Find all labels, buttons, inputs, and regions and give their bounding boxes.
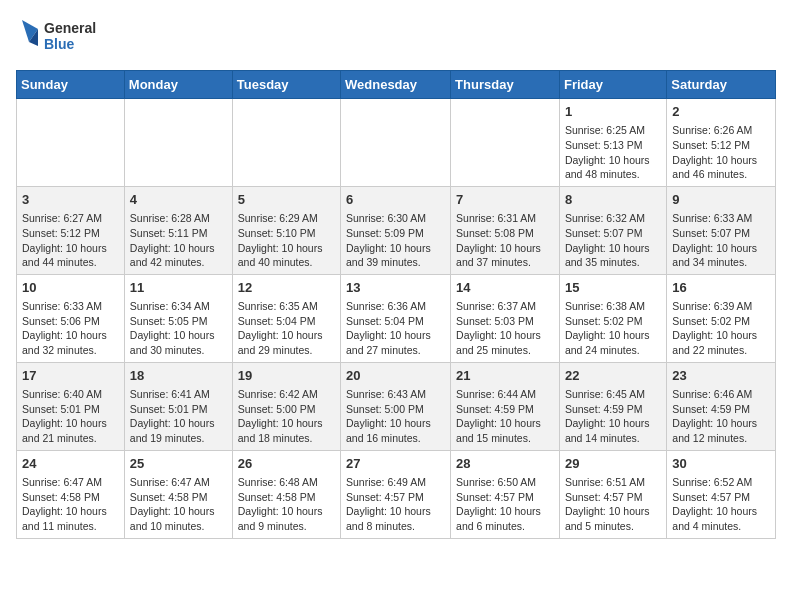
- calendar-day-29: 29Sunrise: 6:51 AM Sunset: 4:57 PM Dayli…: [559, 450, 666, 538]
- day-number: 2: [672, 103, 770, 121]
- day-info: Sunrise: 6:29 AM Sunset: 5:10 PM Dayligh…: [238, 211, 335, 270]
- day-info: Sunrise: 6:33 AM Sunset: 5:06 PM Dayligh…: [22, 299, 119, 358]
- calendar-week-row: 17Sunrise: 6:40 AM Sunset: 5:01 PM Dayli…: [17, 362, 776, 450]
- calendar-header-row: SundayMondayTuesdayWednesdayThursdayFrid…: [17, 71, 776, 99]
- day-number: 30: [672, 455, 770, 473]
- page-header: General Blue: [16, 16, 776, 58]
- day-number: 14: [456, 279, 554, 297]
- calendar-day-24: 24Sunrise: 6:47 AM Sunset: 4:58 PM Dayli…: [17, 450, 125, 538]
- header-wednesday: Wednesday: [341, 71, 451, 99]
- day-number: 27: [346, 455, 445, 473]
- day-info: Sunrise: 6:44 AM Sunset: 4:59 PM Dayligh…: [456, 387, 554, 446]
- day-number: 11: [130, 279, 227, 297]
- day-number: 3: [22, 191, 119, 209]
- day-info: Sunrise: 6:51 AM Sunset: 4:57 PM Dayligh…: [565, 475, 661, 534]
- day-info: Sunrise: 6:52 AM Sunset: 4:57 PM Dayligh…: [672, 475, 770, 534]
- day-number: 18: [130, 367, 227, 385]
- day-info: Sunrise: 6:39 AM Sunset: 5:02 PM Dayligh…: [672, 299, 770, 358]
- header-monday: Monday: [124, 71, 232, 99]
- calendar-day-19: 19Sunrise: 6:42 AM Sunset: 5:00 PM Dayli…: [232, 362, 340, 450]
- day-number: 16: [672, 279, 770, 297]
- day-info: Sunrise: 6:46 AM Sunset: 4:59 PM Dayligh…: [672, 387, 770, 446]
- svg-text:Blue: Blue: [44, 36, 75, 52]
- day-number: 25: [130, 455, 227, 473]
- day-info: Sunrise: 6:47 AM Sunset: 4:58 PM Dayligh…: [22, 475, 119, 534]
- day-info: Sunrise: 6:30 AM Sunset: 5:09 PM Dayligh…: [346, 211, 445, 270]
- day-info: Sunrise: 6:33 AM Sunset: 5:07 PM Dayligh…: [672, 211, 770, 270]
- day-number: 8: [565, 191, 661, 209]
- calendar-day-13: 13Sunrise: 6:36 AM Sunset: 5:04 PM Dayli…: [341, 274, 451, 362]
- day-number: 4: [130, 191, 227, 209]
- day-number: 26: [238, 455, 335, 473]
- day-number: 22: [565, 367, 661, 385]
- calendar-day-30: 30Sunrise: 6:52 AM Sunset: 4:57 PM Dayli…: [667, 450, 776, 538]
- calendar-day-5: 5Sunrise: 6:29 AM Sunset: 5:10 PM Daylig…: [232, 186, 340, 274]
- calendar-day-23: 23Sunrise: 6:46 AM Sunset: 4:59 PM Dayli…: [667, 362, 776, 450]
- calendar-day-1: 1Sunrise: 6:25 AM Sunset: 5:13 PM Daylig…: [559, 99, 666, 187]
- day-info: Sunrise: 6:36 AM Sunset: 5:04 PM Dayligh…: [346, 299, 445, 358]
- day-info: Sunrise: 6:42 AM Sunset: 5:00 PM Dayligh…: [238, 387, 335, 446]
- day-info: Sunrise: 6:31 AM Sunset: 5:08 PM Dayligh…: [456, 211, 554, 270]
- day-number: 5: [238, 191, 335, 209]
- day-info: Sunrise: 6:41 AM Sunset: 5:01 PM Dayligh…: [130, 387, 227, 446]
- calendar-day-25: 25Sunrise: 6:47 AM Sunset: 4:58 PM Dayli…: [124, 450, 232, 538]
- day-info: Sunrise: 6:45 AM Sunset: 4:59 PM Dayligh…: [565, 387, 661, 446]
- calendar-week-row: 3Sunrise: 6:27 AM Sunset: 5:12 PM Daylig…: [17, 186, 776, 274]
- calendar-day-26: 26Sunrise: 6:48 AM Sunset: 4:58 PM Dayli…: [232, 450, 340, 538]
- day-number: 12: [238, 279, 335, 297]
- day-number: 1: [565, 103, 661, 121]
- calendar-day-empty: [451, 99, 560, 187]
- calendar-day-9: 9Sunrise: 6:33 AM Sunset: 5:07 PM Daylig…: [667, 186, 776, 274]
- day-info: Sunrise: 6:25 AM Sunset: 5:13 PM Dayligh…: [565, 123, 661, 182]
- day-number: 6: [346, 191, 445, 209]
- header-thursday: Thursday: [451, 71, 560, 99]
- calendar-day-12: 12Sunrise: 6:35 AM Sunset: 5:04 PM Dayli…: [232, 274, 340, 362]
- day-info: Sunrise: 6:38 AM Sunset: 5:02 PM Dayligh…: [565, 299, 661, 358]
- calendar-day-6: 6Sunrise: 6:30 AM Sunset: 5:09 PM Daylig…: [341, 186, 451, 274]
- day-info: Sunrise: 6:28 AM Sunset: 5:11 PM Dayligh…: [130, 211, 227, 270]
- day-number: 24: [22, 455, 119, 473]
- logo: General Blue: [16, 16, 106, 58]
- calendar-day-4: 4Sunrise: 6:28 AM Sunset: 5:11 PM Daylig…: [124, 186, 232, 274]
- calendar-day-10: 10Sunrise: 6:33 AM Sunset: 5:06 PM Dayli…: [17, 274, 125, 362]
- calendar-day-7: 7Sunrise: 6:31 AM Sunset: 5:08 PM Daylig…: [451, 186, 560, 274]
- day-number: 7: [456, 191, 554, 209]
- calendar-day-16: 16Sunrise: 6:39 AM Sunset: 5:02 PM Dayli…: [667, 274, 776, 362]
- day-number: 9: [672, 191, 770, 209]
- calendar-day-14: 14Sunrise: 6:37 AM Sunset: 5:03 PM Dayli…: [451, 274, 560, 362]
- calendar-day-18: 18Sunrise: 6:41 AM Sunset: 5:01 PM Dayli…: [124, 362, 232, 450]
- calendar-week-row: 24Sunrise: 6:47 AM Sunset: 4:58 PM Dayli…: [17, 450, 776, 538]
- calendar-day-22: 22Sunrise: 6:45 AM Sunset: 4:59 PM Dayli…: [559, 362, 666, 450]
- calendar-day-3: 3Sunrise: 6:27 AM Sunset: 5:12 PM Daylig…: [17, 186, 125, 274]
- day-number: 13: [346, 279, 445, 297]
- calendar-day-28: 28Sunrise: 6:50 AM Sunset: 4:57 PM Dayli…: [451, 450, 560, 538]
- day-number: 23: [672, 367, 770, 385]
- header-saturday: Saturday: [667, 71, 776, 99]
- day-number: 21: [456, 367, 554, 385]
- calendar-week-row: 10Sunrise: 6:33 AM Sunset: 5:06 PM Dayli…: [17, 274, 776, 362]
- day-info: Sunrise: 6:27 AM Sunset: 5:12 PM Dayligh…: [22, 211, 119, 270]
- calendar-day-empty: [232, 99, 340, 187]
- header-friday: Friday: [559, 71, 666, 99]
- day-info: Sunrise: 6:35 AM Sunset: 5:04 PM Dayligh…: [238, 299, 335, 358]
- day-info: Sunrise: 6:48 AM Sunset: 4:58 PM Dayligh…: [238, 475, 335, 534]
- calendar-day-empty: [124, 99, 232, 187]
- calendar-day-empty: [341, 99, 451, 187]
- calendar-table: SundayMondayTuesdayWednesdayThursdayFrid…: [16, 70, 776, 539]
- header-tuesday: Tuesday: [232, 71, 340, 99]
- header-sunday: Sunday: [17, 71, 125, 99]
- calendar-day-21: 21Sunrise: 6:44 AM Sunset: 4:59 PM Dayli…: [451, 362, 560, 450]
- logo-svg: General Blue: [16, 16, 106, 58]
- day-number: 20: [346, 367, 445, 385]
- day-number: 29: [565, 455, 661, 473]
- day-number: 28: [456, 455, 554, 473]
- calendar-day-2: 2Sunrise: 6:26 AM Sunset: 5:12 PM Daylig…: [667, 99, 776, 187]
- day-info: Sunrise: 6:49 AM Sunset: 4:57 PM Dayligh…: [346, 475, 445, 534]
- day-number: 10: [22, 279, 119, 297]
- calendar-day-17: 17Sunrise: 6:40 AM Sunset: 5:01 PM Dayli…: [17, 362, 125, 450]
- calendar-day-20: 20Sunrise: 6:43 AM Sunset: 5:00 PM Dayli…: [341, 362, 451, 450]
- day-info: Sunrise: 6:50 AM Sunset: 4:57 PM Dayligh…: [456, 475, 554, 534]
- day-info: Sunrise: 6:43 AM Sunset: 5:00 PM Dayligh…: [346, 387, 445, 446]
- day-info: Sunrise: 6:47 AM Sunset: 4:58 PM Dayligh…: [130, 475, 227, 534]
- day-info: Sunrise: 6:26 AM Sunset: 5:12 PM Dayligh…: [672, 123, 770, 182]
